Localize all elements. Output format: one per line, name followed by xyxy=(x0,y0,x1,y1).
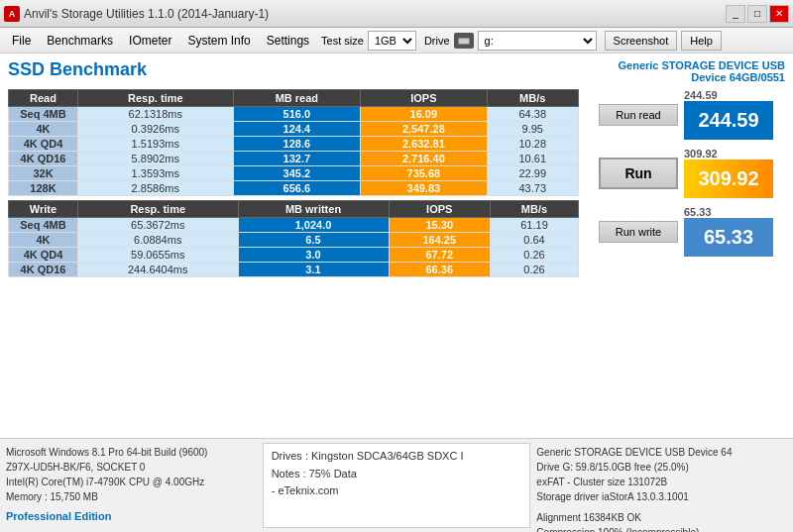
device-line2: Device 64GB/0551 xyxy=(618,71,785,83)
write-row-mbs: 0.64 xyxy=(490,233,578,248)
col-iops-read: IOPS xyxy=(361,90,487,107)
col-resp-time-w: Resp. time xyxy=(78,201,239,218)
run-read-container: Run read 244.59 244.59 xyxy=(599,89,773,140)
run-read-gauge: 244.59 xyxy=(684,101,773,140)
run-gauge: 309.92 xyxy=(684,160,773,198)
dev-line6: Alignment 16384KB OK xyxy=(536,510,787,525)
write-row-iops: 66.36 xyxy=(389,263,490,277)
read-row-mbs: 22.99 xyxy=(487,166,578,181)
read-row-resp: 0.3926ms xyxy=(78,122,234,137)
read-row-iops: 2,716.40 xyxy=(361,152,487,166)
read-row-iops: 2,547.28 xyxy=(361,122,487,137)
bottom-left-panel: Microsoft Windows 8.1 Pro 64-bit Build (… xyxy=(4,443,259,528)
menu-iometer[interactable]: IOmeter xyxy=(121,28,179,53)
write-row-mb: 3.0 xyxy=(238,248,389,263)
drive-group: Drive g: xyxy=(424,31,597,51)
drive-icon xyxy=(454,33,474,49)
read-table-row: 4K 0.3926ms 124.4 2,547.28 9.95 xyxy=(9,122,579,137)
menu-system-info[interactable]: System Info xyxy=(179,28,258,53)
read-row-mb: 656.6 xyxy=(233,181,361,196)
col-mb-read: MB read xyxy=(233,90,361,107)
read-row-resp: 1.3593ms xyxy=(78,166,234,181)
write-table-row: 4K QD4 59.0655ms 3.0 67.72 0.26 xyxy=(9,248,579,263)
sys-line3: Intel(R) Core(TM) i7-4790K CPU @ 4.00GHz xyxy=(6,475,257,489)
bottom-right-panel: Generic STORAGE DEVICE USB Device 64 Dri… xyxy=(534,443,789,528)
write-row-label: 4K xyxy=(9,233,78,248)
write-row-mb: 1,024.0 xyxy=(238,218,389,233)
notes-line: Notes : 75% Data xyxy=(272,466,522,483)
window-controls: _ □ ✕ xyxy=(726,5,789,23)
col-resp-time: Resp. time xyxy=(78,90,234,107)
write-row-iops: 67.72 xyxy=(389,248,490,263)
read-table-row: 32K 1.3593ms 345.2 735.68 22.99 xyxy=(9,166,579,181)
write-table: Write Resp. time MB written IOPS MB/s Se… xyxy=(8,200,579,277)
write-row-resp: 65.3672ms xyxy=(78,218,239,233)
drive-select[interactable]: g: xyxy=(478,31,597,51)
read-row-resp: 2.8586ms xyxy=(78,181,234,196)
col-mbs-read: MB/s xyxy=(487,90,578,107)
col-iops-write: IOPS xyxy=(389,201,490,218)
read-row-mb: 128.6 xyxy=(233,137,361,152)
read-table-row: 4K QD16 5.8902ms 132.7 2,716.40 10.61 xyxy=(9,152,579,166)
read-row-iops: 16.09 xyxy=(361,107,487,122)
write-table-row: Seq 4MB 65.3672ms 1,024.0 15.30 61.19 xyxy=(9,218,579,233)
read-row-mbs: 64.38 xyxy=(487,107,578,122)
sys-line1: Microsoft Windows 8.1 Pro 64-bit Build (… xyxy=(6,445,257,460)
dev-line4: Storage driver iaStorA 13.0.3.1001 xyxy=(536,489,787,504)
run-write-small-value: 65.33 xyxy=(684,206,773,218)
menu-settings[interactable]: Settings xyxy=(259,28,317,53)
drives-line: Drives : Kingston SDCA3/64GB SDXC I xyxy=(272,448,522,466)
help-button[interactable]: Help xyxy=(681,31,722,51)
read-row-iops: 2,632.81 xyxy=(361,137,487,152)
col-write: Write xyxy=(9,201,78,218)
read-row-label: 4K QD16 xyxy=(9,152,78,166)
read-row-mb: 124.4 xyxy=(233,122,361,137)
svg-rect-1 xyxy=(459,39,469,44)
run-small-value: 309.92 xyxy=(684,148,773,160)
credit-line: - eTeknix.com xyxy=(272,482,522,500)
menu-bar: File Benchmarks IOmeter System Info Sett… xyxy=(0,28,793,53)
read-row-resp: 62.1318ms xyxy=(78,107,234,122)
write-row-mbs: 0.26 xyxy=(490,263,578,277)
menu-benchmarks[interactable]: Benchmarks xyxy=(39,28,121,53)
write-row-resp: 59.0655ms xyxy=(78,248,239,263)
run-write-button[interactable]: Run write xyxy=(599,221,678,243)
write-row-iops: 164.25 xyxy=(389,233,490,248)
read-row-mb: 345.2 xyxy=(233,166,361,181)
write-row-label: 4K QD4 xyxy=(9,248,78,263)
run-button[interactable]: Run xyxy=(599,158,678,189)
run-read-small-value: 244.59 xyxy=(684,89,773,101)
dev-line1: Generic STORAGE DEVICE USB Device 64 xyxy=(536,445,787,460)
ssd-benchmark-title: SSD Benchmark xyxy=(8,59,147,80)
maximize-button[interactable]: □ xyxy=(747,5,767,23)
dev-line2: Drive G: 59.8/15.0GB free (25.0%) xyxy=(536,460,787,475)
bottom-bar: Microsoft Windows 8.1 Pro 64-bit Build (… xyxy=(0,438,793,532)
col-mbs-write: MB/s xyxy=(490,201,578,218)
write-row-mb: 3.1 xyxy=(238,263,389,277)
write-row-resp: 244.6404ms xyxy=(78,263,239,277)
window-title: Anvil's Storage Utilities 1.1.0 (2014-Ja… xyxy=(24,7,269,21)
read-row-mbs: 9.95 xyxy=(487,122,578,137)
read-row-mb: 516.0 xyxy=(233,107,361,122)
read-row-resp: 5.8902ms xyxy=(78,152,234,166)
read-row-mbs: 43.73 xyxy=(487,181,578,196)
dev-line3: exFAT - Cluster size 131072B xyxy=(536,475,787,489)
write-table-row: 4K QD16 244.6404ms 3.1 66.36 0.26 xyxy=(9,263,579,277)
write-row-label: 4K QD16 xyxy=(9,263,78,277)
close-button[interactable]: ✕ xyxy=(769,5,789,23)
screenshot-button[interactable]: Screenshot xyxy=(605,31,678,51)
write-row-mb: 6.5 xyxy=(238,233,389,248)
ssd-header: SSD Benchmark Generic STORAGE DEVICE USB… xyxy=(8,59,785,83)
write-row-mbs: 0.26 xyxy=(490,248,578,263)
minimize-button[interactable]: _ xyxy=(726,5,745,23)
left-panel: Read Resp. time MB read IOPS MB/s Seq 4M… xyxy=(8,89,579,277)
bottom-mid-panel: Drives : Kingston SDCA3/64GB SDXC I Note… xyxy=(263,443,531,528)
write-table-row: 4K 6.0884ms 6.5 164.25 0.64 xyxy=(9,233,579,248)
test-size-select[interactable]: 1GB 4GB xyxy=(368,31,416,51)
menu-file[interactable]: File xyxy=(4,28,39,53)
dev-line7: Compression 100% (Incompressible) xyxy=(536,525,787,532)
run-read-button[interactable]: Run read xyxy=(599,104,678,126)
read-row-mbs: 10.61 xyxy=(487,152,578,166)
read-row-label: 128K xyxy=(9,181,78,196)
read-table: Read Resp. time MB read IOPS MB/s Seq 4M… xyxy=(8,89,579,196)
